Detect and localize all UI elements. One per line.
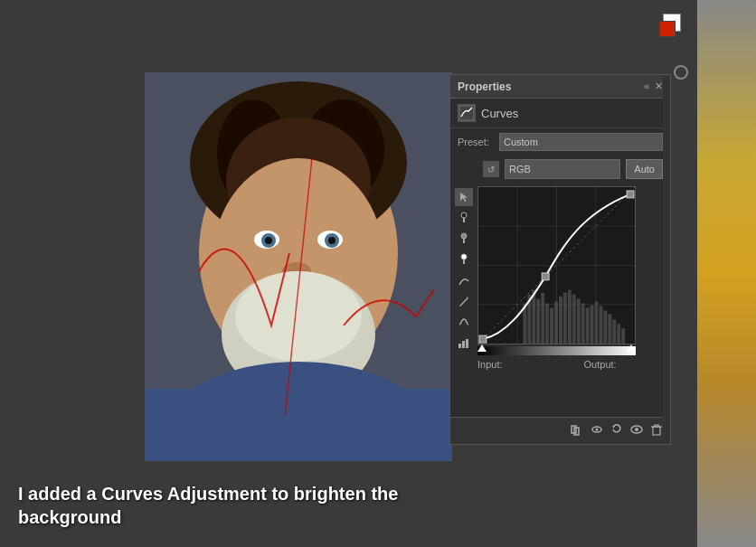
curves-main: Input: Output: <box>450 183 670 375</box>
channel-arrow-icon: ↺ <box>483 161 499 177</box>
svg-rect-41 <box>536 299 540 344</box>
svg-point-12 <box>328 237 335 244</box>
curves-svg <box>478 187 635 344</box>
svg-point-23 <box>461 233 467 239</box>
svg-rect-49 <box>572 295 576 344</box>
svg-rect-40 <box>532 290 535 344</box>
gradient-slider-output <box>477 346 636 355</box>
tools-column <box>454 186 474 372</box>
collapse-double-icon[interactable]: « <box>644 80 649 92</box>
reset-icon[interactable] <box>610 423 623 439</box>
svg-rect-48 <box>568 290 572 344</box>
channel-select[interactable]: RGB Red Green Blue <box>505 159 620 179</box>
input-value <box>521 359 548 370</box>
panel-title: Properties <box>458 80 511 93</box>
curves-label: Curves <box>481 107 518 120</box>
output-label: Output: <box>584 359 617 370</box>
close-icon[interactable]: ✕ <box>655 80 663 92</box>
svg-point-21 <box>461 212 467 218</box>
svg-rect-45 <box>554 302 558 344</box>
photo-image <box>145 72 452 461</box>
caption-line1: I added a Curves Adjustment to brighten … <box>18 484 398 504</box>
preset-label: Preset: <box>458 137 494 147</box>
svg-rect-22 <box>463 218 465 222</box>
svg-rect-42 <box>541 293 544 344</box>
swatch-red <box>659 21 676 37</box>
eyedropper-white-btn[interactable] <box>455 250 473 269</box>
svg-rect-57 <box>608 314 611 344</box>
svg-rect-43 <box>545 304 549 344</box>
svg-point-70 <box>635 428 638 431</box>
svg-rect-26 <box>463 259 465 264</box>
input-label: Input: <box>477 359 503 370</box>
output-slider-right[interactable] <box>627 344 636 352</box>
svg-rect-63 <box>479 335 487 343</box>
caption-line2: background <box>18 507 121 527</box>
svg-rect-60 <box>621 328 625 344</box>
trash-icon[interactable] <box>650 423 663 439</box>
svg-rect-51 <box>581 304 585 344</box>
svg-rect-24 <box>463 239 465 243</box>
circle-icon <box>674 65 688 80</box>
svg-rect-61 <box>542 273 549 280</box>
visibility-icon[interactable] <box>591 423 603 439</box>
pointer-tool-btn[interactable] <box>455 188 473 206</box>
svg-rect-29 <box>462 341 465 348</box>
caption: I added a Curves Adjustment to brighten … <box>18 482 398 529</box>
svg-rect-28 <box>458 344 461 348</box>
svg-rect-59 <box>617 324 620 344</box>
output-value <box>635 359 662 370</box>
clip-icon[interactable] <box>571 423 583 439</box>
svg-rect-30 <box>466 339 468 348</box>
output-slider-left[interactable] <box>477 344 487 352</box>
svg-rect-50 <box>577 299 581 344</box>
preset-select[interactable]: Custom Default Strong Contrast Linear Me… <box>499 133 663 151</box>
histogram-btn[interactable] <box>455 334 473 352</box>
eye-icon[interactable] <box>630 423 643 439</box>
curves-icon-box <box>458 104 476 122</box>
svg-rect-47 <box>563 293 567 344</box>
svg-rect-44 <box>550 307 553 344</box>
svg-rect-55 <box>599 306 602 344</box>
pencil-draw-btn[interactable] <box>455 292 473 310</box>
color-swatches <box>659 14 688 42</box>
panel-header: Properties « ✕ <box>450 75 670 99</box>
curves-header: Curves <box>450 99 670 128</box>
eyedropper-gray-btn[interactable] <box>455 230 473 248</box>
smooth-curve-btn[interactable] <box>455 313 473 331</box>
svg-rect-54 <box>595 302 599 344</box>
panel-bottom-toolbar <box>450 417 670 444</box>
svg-rect-56 <box>603 310 607 344</box>
svg-marker-68 <box>612 426 615 429</box>
photo-container <box>145 72 452 461</box>
properties-panel: Properties « ✕ Curves Preset: Custom Def… <box>449 74 671 445</box>
curves-graph[interactable] <box>477 186 636 344</box>
io-row: Input: Output: <box>477 355 663 372</box>
auto-button[interactable]: Auto <box>626 159 663 179</box>
svg-rect-62 <box>627 191 634 198</box>
curve-line-btn[interactable] <box>455 271 473 289</box>
panel-scrollbar[interactable] <box>663 75 670 444</box>
svg-rect-71 <box>653 427 660 435</box>
svg-rect-17 <box>145 389 452 461</box>
preset-row: Preset: Custom Default Strong Contrast L… <box>450 128 670 156</box>
gradient-bar <box>697 0 756 547</box>
curves-graph-container: Input: Output: <box>477 186 663 372</box>
svg-point-11 <box>265 237 272 244</box>
svg-rect-53 <box>591 305 594 344</box>
svg-point-67 <box>596 429 599 431</box>
rgb-row: ↺ RGB Red Green Blue Auto <box>450 156 670 183</box>
svg-point-25 <box>461 254 467 259</box>
svg-rect-46 <box>559 297 562 344</box>
eyedropper-black-btn[interactable] <box>455 209 473 227</box>
panel-header-icons: « ✕ <box>644 80 663 92</box>
svg-rect-58 <box>612 319 616 344</box>
svg-rect-52 <box>586 307 590 344</box>
